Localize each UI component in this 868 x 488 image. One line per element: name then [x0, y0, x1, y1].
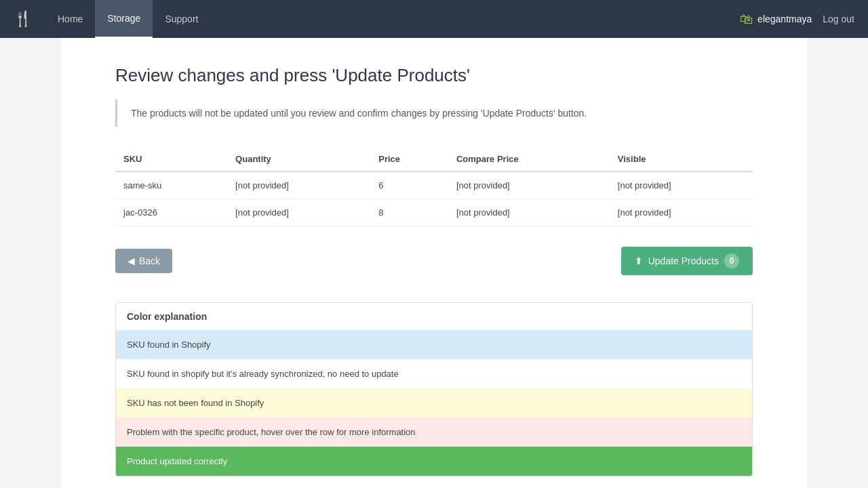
back-button[interactable]: ◀ Back	[115, 249, 172, 273]
logout-button[interactable]: Log out	[823, 14, 854, 24]
cell-compare_price: [not provided]	[448, 199, 610, 226]
cell-sku: jac-0326	[115, 199, 227, 226]
back-icon: ◀	[127, 256, 135, 266]
nav-brand: 🛍 elegantmaya	[740, 12, 812, 27]
page-title: Review changes and press 'Update Product…	[115, 65, 753, 86]
cell-price: 6	[370, 171, 448, 199]
info-box: The products will not be updated until y…	[115, 100, 753, 127]
products-table: SKU Quantity Price Compare Price Visible…	[115, 147, 753, 226]
color-row-white: SKU found in shopify but it's already sy…	[116, 359, 752, 388]
col-visible: Visible	[610, 147, 753, 171]
update-products-button[interactable]: ⬆ Update Products 0	[621, 247, 753, 275]
navbar: 🍴 Home Storage Support 🛍 elegantmaya Log…	[0, 0, 868, 38]
nav-support[interactable]: Support	[153, 0, 210, 38]
col-price: Price	[370, 147, 448, 171]
nav-storage[interactable]: Storage	[95, 0, 153, 38]
color-row-pink: Problem with the specific product, hover…	[116, 418, 752, 447]
table-row: same-sku[not provided]6[not provided][no…	[115, 171, 753, 199]
nav-right: 🛍 elegantmaya Log out	[740, 12, 854, 27]
back-label: Back	[139, 256, 160, 266]
cell-sku: same-sku	[115, 171, 227, 199]
upload-icon: ⬆	[635, 256, 643, 266]
color-explanation-title: Color explanation	[116, 303, 752, 330]
col-sku: SKU	[115, 147, 227, 171]
brand-name: elegantmaya	[757, 14, 812, 24]
cell-quantity: [not provided]	[227, 171, 370, 199]
nav-links: Home Storage Support	[45, 0, 740, 38]
main-content: Review changes and press 'Update Product…	[61, 38, 807, 488]
cell-compare_price: [not provided]	[448, 171, 610, 199]
col-quantity: Quantity	[227, 147, 370, 171]
color-row-blue: SKU found in Shopify	[116, 330, 752, 359]
cell-price: 8	[370, 199, 448, 226]
color-explanation: Color explanation SKU found in ShopifySK…	[115, 302, 753, 476]
table-row: jac-0326[not provided]8[not provided][no…	[115, 199, 753, 226]
cell-quantity: [not provided]	[227, 199, 370, 226]
update-badge: 0	[724, 253, 739, 268]
update-label: Update Products	[648, 256, 719, 266]
button-row: ◀ Back ⬆ Update Products 0	[115, 247, 753, 275]
cell-visible: [not provided]	[610, 199, 753, 226]
nav-home[interactable]: Home	[45, 0, 95, 38]
color-row-yellow: SKU has not been found in Shopify	[116, 388, 752, 418]
cell-visible: [not provided]	[610, 171, 753, 199]
col-compare-price: Compare Price	[448, 147, 610, 171]
info-text: The products will not be updated until y…	[131, 108, 587, 119]
shopify-icon: 🛍	[740, 12, 753, 27]
nav-logo-icon: 🍴	[14, 10, 32, 28]
color-row-green: Product updated correctly	[116, 447, 752, 476]
